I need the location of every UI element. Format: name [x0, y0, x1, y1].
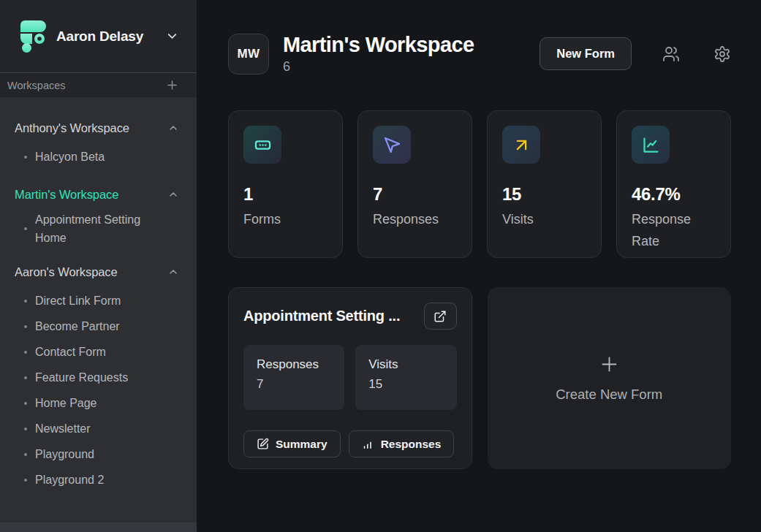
workspace-nav: Anthony's Workspace Halcyon Beta Martin'…: [0, 97, 197, 532]
sidebar-item-halcyon-beta[interactable]: Halcyon Beta: [0, 144, 197, 170]
form-link-label: Halcyon Beta: [35, 148, 105, 166]
chevron-up-icon: [167, 266, 179, 278]
stat-label: Visits: [502, 209, 583, 231]
workspaces-header: Workspaces: [0, 73, 197, 97]
metric-label: Responses: [257, 357, 331, 372]
sidebar-item-newsletter[interactable]: Newsletter: [0, 416, 197, 441]
app-logo-icon: [20, 20, 47, 53]
chevron-up-icon: [167, 122, 179, 134]
workspace-name: Anthony's Workspace: [15, 121, 129, 135]
form-link-label: Feature Requests: [35, 368, 128, 387]
sidebar-bottom-strip: [0, 522, 197, 532]
stat-value: 46.7%: [632, 184, 716, 205]
workspace-count: 6: [283, 59, 474, 75]
sidebar-item-feature-requests[interactable]: Feature Requests: [0, 365, 197, 390]
stat-value: 1: [243, 184, 328, 205]
stat-card-responses: 7 Responses: [357, 110, 472, 258]
form-link-label: Playground 2: [35, 471, 104, 489]
stat-card-response-rate: 46.7% Response Rate: [616, 110, 731, 258]
paper-plane-icon: [373, 126, 411, 164]
bullet-icon: [24, 479, 27, 482]
metric-value: 15: [368, 377, 443, 392]
account-switcher[interactable]: Aaron Delasy: [0, 0, 197, 73]
workspaces-label: Workspaces: [7, 80, 66, 91]
metric-value: 7: [257, 377, 331, 392]
workspace-toggle-aarons[interactable]: Aaron's Workspace: [0, 259, 197, 285]
workspace-avatar: MW: [228, 34, 269, 75]
workspace-header: MW Martin's Workspace 6 New Form: [228, 33, 731, 75]
form-field-icon: [243, 126, 281, 164]
stat-value: 7: [373, 184, 457, 205]
sidebar-item-appointment-setting-home[interactable]: Appointment Setting Home: [0, 210, 197, 247]
sidebar-item-playground[interactable]: Playground: [0, 441, 197, 467]
create-new-form-card[interactable]: Create New Form: [488, 287, 732, 469]
members-button[interactable]: [662, 45, 680, 63]
form-card-appointment-setting: Appointment Setting ... Responses 7 Visi…: [228, 287, 472, 469]
stat-label: Response Rate: [632, 209, 712, 252]
line-chart-icon: [632, 126, 670, 164]
bullet-icon: [24, 325, 27, 328]
plus-icon: [165, 78, 179, 92]
metric-label: Visits: [368, 357, 443, 372]
bullet-icon: [24, 428, 27, 430]
users-icon: [662, 45, 680, 63]
stat-label: Forms: [243, 209, 324, 231]
workspace-toggle-anthonys[interactable]: Anthony's Workspace: [0, 115, 197, 141]
arrow-up-right-icon: [502, 126, 540, 164]
add-workspace-button[interactable]: [164, 77, 181, 94]
sidebar-item-home-page[interactable]: Home Page: [0, 390, 197, 416]
responses-button-label: Responses: [381, 438, 442, 451]
stat-card-forms: 1 Forms: [228, 110, 343, 258]
main-content: MW Martin's Workspace 6 New Form: [197, 0, 761, 532]
plus-icon: [599, 354, 619, 374]
bullet-icon: [24, 156, 27, 159]
open-form-button[interactable]: [424, 303, 457, 330]
form-link-label: Appointment Setting Home: [35, 210, 165, 247]
sidebar-item-contact-form[interactable]: Contact Form: [0, 339, 197, 365]
metric-tile-responses: Responses 7: [243, 345, 344, 410]
form-link-label: Contact Form: [35, 343, 106, 361]
new-form-button[interactable]: New Form: [539, 37, 632, 70]
stat-value: 15: [502, 184, 586, 205]
form-link-label: Become Partner: [35, 317, 120, 335]
bullet-icon: [24, 227, 27, 230]
responses-button[interactable]: Responses: [349, 430, 455, 457]
metric-tile-visits: Visits 15: [355, 345, 456, 410]
summary-button[interactable]: Summary: [243, 430, 341, 457]
workspace-name-active: Martin's Workspace: [15, 188, 118, 202]
external-link-icon: [433, 310, 447, 323]
bullet-icon: [24, 376, 27, 379]
workspace-toggle-martins[interactable]: Martin's Workspace: [0, 181, 197, 208]
form-link-label: Newsletter: [35, 419, 91, 438]
stat-label: Responses: [373, 209, 453, 231]
create-new-form-label: Create New Form: [556, 387, 662, 403]
bullet-icon: [24, 351, 27, 354]
sidebar-top: Aaron Delasy Workspaces: [0, 0, 197, 97]
form-link-label: Playground: [35, 445, 94, 463]
workspace-section-martins: Martin's Workspace Appointment Setting H…: [0, 181, 197, 250]
workspace-section-anthonys: Anthony's Workspace Halcyon Beta: [0, 115, 197, 172]
stat-card-visits: 15 Visits: [487, 110, 602, 258]
summary-button-label: Summary: [276, 438, 328, 451]
edit-icon: [257, 438, 269, 450]
stats-grid: 1 Forms 7 Responses 15 Visits: [228, 110, 731, 258]
form-card-title: Appointment Setting ...: [243, 308, 400, 324]
chevron-up-icon: [167, 189, 179, 200]
workspace-section-aarons: Aaron's Workspace Direct Link Form Becom…: [0, 259, 197, 495]
sidebar-item-playground-2[interactable]: Playground 2: [0, 467, 197, 493]
account-name: Aaron Delasy: [56, 28, 143, 45]
bullet-icon: [24, 402, 27, 405]
gear-icon: [713, 45, 731, 63]
form-link-label: Home Page: [35, 394, 97, 412]
chevron-down-icon: [165, 29, 179, 43]
page-title: Martin's Workspace: [283, 33, 474, 57]
bar-chart-icon: [362, 438, 374, 450]
settings-button[interactable]: [713, 45, 731, 63]
workspace-name: Aaron's Workspace: [15, 265, 118, 279]
forms-grid: Appointment Setting ... Responses 7 Visi…: [228, 287, 731, 469]
sidebar-item-direct-link-form[interactable]: Direct Link Form: [0, 288, 197, 314]
bullet-icon: [24, 300, 27, 303]
sidebar-item-become-partner[interactable]: Become Partner: [0, 314, 197, 339]
form-link-label: Direct Link Form: [35, 292, 121, 310]
sidebar: Aaron Delasy Workspaces Anthony's Worksp…: [0, 0, 197, 532]
